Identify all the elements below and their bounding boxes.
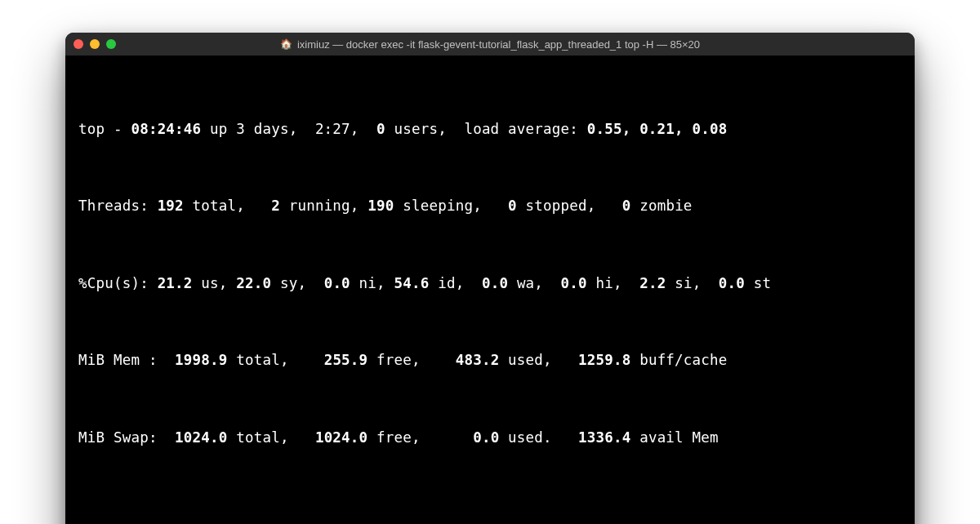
top-summary-mem: MiB Mem : 1998.9 total, 255.9 free, 483.… (78, 351, 902, 371)
minimize-icon[interactable] (90, 39, 100, 49)
window-title: 🏠 iximiuz — docker exec -it flask-gevent… (65, 38, 915, 51)
top-summary-threads: Threads: 192 total, 2 running, 190 sleep… (78, 197, 902, 216)
titlebar[interactable]: 🏠 iximiuz — docker exec -it flask-gevent… (65, 33, 915, 56)
close-icon[interactable] (74, 39, 83, 49)
maximize-icon[interactable] (106, 39, 116, 49)
top-summary-cpu: %Cpu(s): 21.2 us, 22.0 sy, 0.0 ni, 54.6 … (78, 274, 902, 294)
home-icon: 🏠 (280, 38, 292, 50)
terminal-window: 🏠 iximiuz — docker exec -it flask-gevent… (65, 33, 915, 524)
top-summary-line-1: top - 08:24:46 up 3 days, 2:27, 0 users,… (78, 120, 902, 140)
top-summary-swap: MiB Swap: 1024.0 total, 1024.0 free, 0.0… (78, 429, 902, 448)
traffic-lights (74, 39, 116, 49)
window-title-text: iximiuz — docker exec -it flask-gevent-t… (297, 38, 700, 51)
blank-line (78, 505, 902, 524)
terminal-body[interactable]: top - 08:24:46 up 3 days, 2:27, 0 users,… (65, 56, 915, 524)
